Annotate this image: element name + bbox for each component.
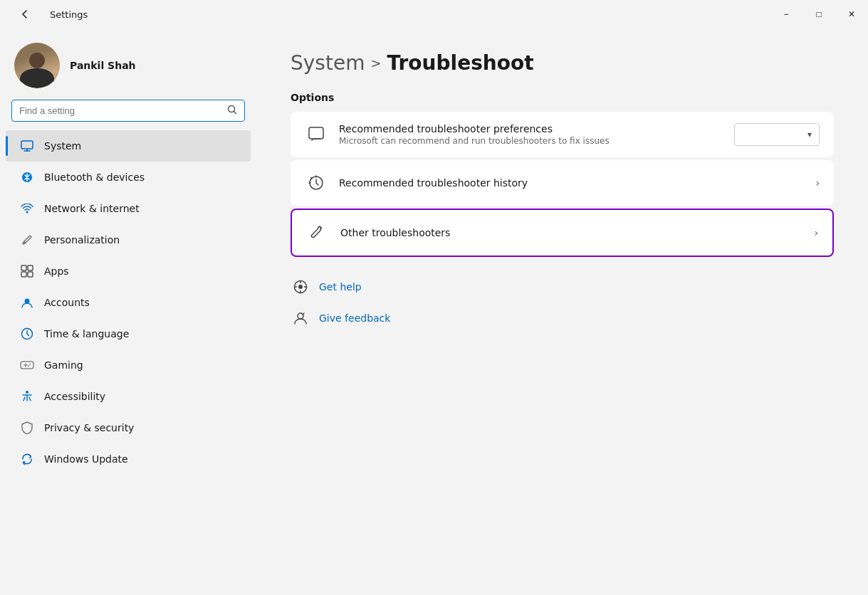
- chevron-right-icon-other: ›: [814, 227, 818, 238]
- back-button[interactable]: [9, 0, 41, 28]
- sidebar-label-personalization: Personalization: [44, 234, 120, 246]
- search-input[interactable]: [19, 105, 221, 116]
- maximize-button[interactable]: □: [802, 0, 835, 28]
- titlebar-left: Settings: [9, 0, 88, 28]
- option-other-troubleshooters[interactable]: Other troubleshooters ›: [291, 209, 834, 257]
- svg-point-13: [26, 391, 28, 394]
- sidebar-label-system: System: [44, 140, 81, 152]
- dropdown-button[interactable]: ▾: [734, 123, 820, 146]
- give-feedback-icon: [291, 308, 310, 328]
- sidebar-label-gaming: Gaming: [44, 359, 83, 371]
- gaming-icon: [20, 358, 34, 372]
- sidebar-label-privacy: Privacy & security: [44, 422, 134, 433]
- privacy-icon: [20, 421, 34, 435]
- option-right-prefs: ▾: [734, 123, 820, 146]
- give-feedback-text: Give feedback: [319, 312, 390, 324]
- breadcrumb: System > Troubleshoot: [291, 51, 834, 75]
- system-icon: [20, 139, 34, 153]
- sidebar-item-privacy[interactable]: Privacy & security: [6, 412, 251, 443]
- option-desc-recommended-prefs: Microsoft can recommend and run troubles…: [339, 136, 723, 146]
- titlebar: Settings − □ ✕: [0, 0, 868, 28]
- breadcrumb-current: Troubleshoot: [387, 51, 534, 75]
- search-icon: [227, 105, 237, 117]
- section-title: Options: [291, 92, 834, 103]
- options-list: Recommended troubleshooter preferences M…: [291, 112, 834, 257]
- search-box[interactable]: [11, 100, 245, 122]
- svg-point-12: [28, 366, 29, 367]
- history-icon: [305, 172, 328, 194]
- sidebar-item-accounts[interactable]: Accounts: [6, 287, 251, 318]
- svg-rect-6: [21, 272, 26, 277]
- chevron-right-icon: ›: [815, 177, 820, 189]
- sidebar-item-bluetooth[interactable]: Bluetooth & devices: [6, 162, 251, 193]
- option-title-other: Other troubleshooters: [340, 227, 802, 238]
- personalization-icon: [20, 233, 34, 247]
- sidebar: Pankil Shah: [0, 28, 256, 595]
- sidebar-label-accessibility: Accessibility: [44, 391, 105, 402]
- help-links: Get help Give feedback: [291, 274, 834, 331]
- svg-rect-4: [21, 265, 26, 270]
- option-title-history: Recommended troubleshooter history: [339, 177, 804, 189]
- apps-icon: [20, 264, 34, 278]
- minimize-button[interactable]: −: [770, 0, 802, 28]
- wrench-icon: [306, 221, 329, 244]
- option-text-other: Other troubleshooters: [340, 227, 802, 238]
- sidebar-item-personalization[interactable]: Personalization: [6, 224, 251, 256]
- sidebar-label-apps: Apps: [44, 265, 69, 277]
- get-help-text: Get help: [319, 281, 362, 293]
- breadcrumb-parent: System: [291, 51, 365, 75]
- accessibility-icon: [20, 389, 34, 404]
- network-icon: [20, 201, 34, 216]
- sidebar-label-accounts: Accounts: [44, 297, 90, 308]
- main-content: System > Troubleshoot Options Recommende…: [256, 28, 868, 595]
- accounts-icon: [20, 295, 34, 310]
- option-recommended-history[interactable]: Recommended troubleshooter history ›: [291, 160, 834, 206]
- sidebar-item-network[interactable]: Network & internet: [6, 193, 251, 224]
- app-container: Pankil Shah: [0, 28, 868, 595]
- chat-icon: [305, 123, 328, 146]
- sidebar-item-apps[interactable]: Apps: [6, 256, 251, 287]
- option-recommended-prefs[interactable]: Recommended troubleshooter preferences M…: [291, 112, 834, 157]
- window-controls: − □ ✕: [770, 0, 868, 28]
- search-container: [0, 100, 256, 130]
- sidebar-label-update: Windows Update: [44, 453, 128, 465]
- avatar-image: [14, 43, 60, 88]
- svg-rect-7: [28, 272, 33, 277]
- option-right-other: ›: [814, 227, 818, 238]
- svg-rect-1: [21, 141, 33, 149]
- user-name: Pankil Shah: [70, 60, 136, 71]
- sidebar-item-time[interactable]: Time & language: [6, 318, 251, 349]
- chevron-down-icon: ▾: [807, 130, 812, 139]
- sidebar-label-network: Network & internet: [44, 203, 140, 214]
- sidebar-label-time: Time & language: [44, 328, 129, 339]
- update-icon: [20, 452, 34, 466]
- svg-point-11: [29, 364, 31, 365]
- time-icon: [20, 327, 34, 341]
- bluetooth-icon: [20, 170, 34, 184]
- close-button[interactable]: ✕: [835, 0, 868, 28]
- option-text-history: Recommended troubleshooter history: [339, 177, 804, 189]
- sidebar-item-gaming[interactable]: Gaming: [6, 349, 251, 381]
- sidebar-item-update[interactable]: Windows Update: [6, 443, 251, 475]
- sidebar-label-bluetooth: Bluetooth & devices: [44, 172, 145, 183]
- option-title-recommended-prefs: Recommended troubleshooter preferences: [339, 123, 723, 135]
- option-text-recommended-prefs: Recommended troubleshooter preferences M…: [339, 123, 723, 146]
- get-help-icon: [291, 277, 310, 297]
- svg-rect-5: [28, 265, 33, 270]
- option-right-history: ›: [815, 177, 820, 189]
- sidebar-item-system[interactable]: System: [6, 130, 251, 162]
- svg-point-17: [298, 285, 303, 289]
- window-title: Settings: [50, 9, 88, 20]
- sidebar-item-accessibility[interactable]: Accessibility: [6, 381, 251, 412]
- get-help-link[interactable]: Get help: [291, 274, 834, 300]
- user-profile[interactable]: Pankil Shah: [0, 28, 256, 100]
- svg-rect-14: [309, 127, 323, 139]
- avatar: [14, 43, 60, 88]
- give-feedback-link[interactable]: Give feedback: [291, 305, 834, 331]
- breadcrumb-separator: >: [370, 56, 381, 70]
- svg-point-3: [26, 211, 28, 214]
